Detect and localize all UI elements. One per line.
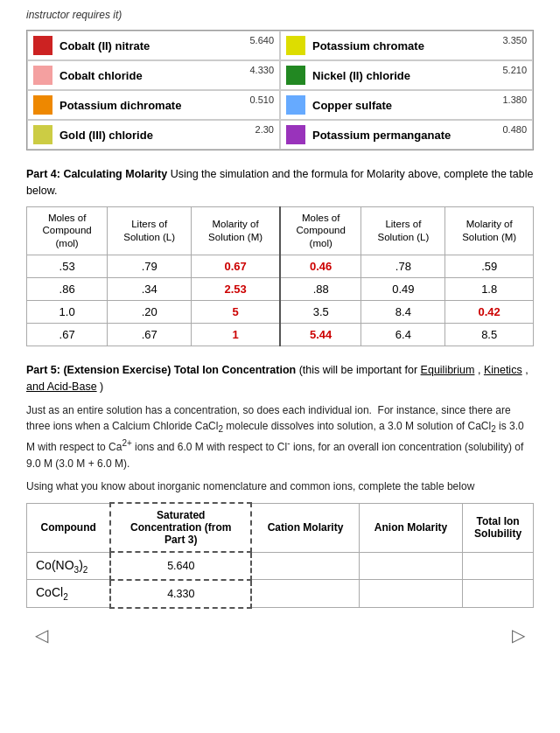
cell-4-4: 5.44 — [280, 324, 361, 346]
extension-table: Compound SaturatedConcentration (fromPar… — [26, 502, 534, 609]
potassium-dichromate-color — [33, 95, 52, 115]
ext-cation-2 — [251, 580, 359, 608]
cell-2-1: .86 — [27, 278, 108, 301]
compound-cell-potassium-dichromate: Potassium dichromate 0.510 — [27, 90, 280, 120]
copper-sulfate-label: Copper sulfate — [312, 99, 392, 112]
compound-cell-nickel-chloride: Nickel (II) chloride 5.210 — [280, 60, 533, 90]
compound-cell-copper-sulfate: Copper sulfate 1.380 — [280, 90, 533, 120]
potassium-permanganate-label: Potassium permanganate — [312, 129, 451, 142]
part5-para2: Using what you know about inorganic nome… — [26, 478, 534, 495]
compound-cell-potassium-chromate: Potassium chromate 3.350 — [280, 31, 533, 60]
ext-total-2 — [463, 580, 534, 608]
potassium-chromate-color — [286, 36, 305, 55]
sub-cacl2-2: 2 — [491, 425, 496, 435]
ext-anion-1 — [359, 552, 462, 580]
nav-right-arrow[interactable]: ▷ — [512, 625, 525, 646]
ext-conc-2: 4.330 — [110, 580, 251, 608]
part4-heading: Part 4: Calculating Molarity Using the s… — [26, 166, 534, 199]
cell-4-6: 8.5 — [445, 324, 534, 346]
part5-heading-bold: Part 5: (Extension Exercise) Total Ion C… — [26, 364, 296, 376]
cell-4-2: .67 — [108, 324, 192, 346]
ext-anion-2 — [359, 580, 462, 608]
part5-heading: Part 5: (Extension Exercise) Total Ion C… — [26, 362, 534, 395]
potassium-dichromate-label: Potassium dichromate — [60, 99, 181, 112]
gold-chloride-value: 2.30 — [256, 124, 274, 135]
ext-col-cation: Cation Molarity — [251, 503, 359, 552]
cell-1-1: .53 — [27, 255, 108, 278]
cell-2-6: 1.8 — [445, 278, 534, 301]
part5-link-kinetics[interactable]: Kinetics — [484, 364, 522, 376]
part5-para1: Just as an entire solution has a concent… — [26, 402, 534, 472]
cell-4-3: 1 — [192, 324, 280, 346]
intro-text: instructor requires it) — [26, 9, 534, 21]
ext-cation-1 — [251, 552, 359, 580]
cell-1-5: .78 — [361, 255, 445, 278]
cell-2-2: .34 — [108, 278, 192, 301]
cell-2-3: 2.53 — [192, 278, 280, 301]
molarity-table: Moles ofCompound(mol) Liters ofSolution … — [26, 206, 534, 347]
cell-2-5: 0.49 — [361, 278, 445, 301]
cell-1-6: .59 — [445, 255, 534, 278]
part5-comma2: , — [525, 364, 528, 376]
col-liters-1: Liters ofSolution (L) — [108, 206, 192, 255]
sup-ca: 2+ — [122, 438, 131, 448]
ext-table-row: CoCl2 4.330 — [27, 580, 534, 608]
nav-bar: ◁ ▷ — [26, 618, 534, 646]
potassium-chromate-label: Potassium chromate — [312, 39, 424, 52]
gold-chloride-color — [33, 125, 52, 144]
compound-cell-potassium-permanganate: Potassium permanganate 0.480 — [280, 120, 533, 150]
nickel-chloride-label: Nickel (II) chloride — [312, 69, 410, 82]
potassium-chromate-value: 3.350 — [502, 35, 527, 45]
sub-cacl2-1: 2 — [218, 425, 223, 435]
compound-grid: Cobalt (II) nitrate 5.640 Potassium chro… — [26, 30, 534, 150]
cell-4-5: 6.4 — [361, 324, 445, 346]
copper-sulfate-color — [286, 95, 305, 115]
cell-1-4: 0.46 — [280, 255, 361, 278]
part5-link-acid[interactable]: and Acid-Base — [26, 380, 97, 393]
part5-comma1: , — [478, 364, 484, 376]
nav-left-arrow[interactable]: ◁ — [35, 625, 48, 646]
ext-col-satconc: SaturatedConcentration (fromPart 3) — [110, 503, 251, 552]
cell-3-3: 5 — [192, 301, 280, 324]
cobalt-nitrate-color — [33, 36, 52, 55]
compound-cell-cobalt-nitrate: Cobalt (II) nitrate 5.640 — [27, 31, 280, 60]
ext-col-anion: Anion Molarity — [359, 503, 462, 552]
table-row: .53 .79 0.67 0.46 .78 .59 — [27, 255, 534, 278]
col-molarity-2: Molarity ofSolution (M) — [445, 206, 534, 255]
cell-3-6: 0.42 — [445, 301, 534, 324]
cell-4-1: .67 — [27, 324, 108, 346]
intro-label: instructor requires it) — [26, 9, 122, 21]
cobalt-chloride-color — [33, 66, 52, 85]
cobalt-chloride-value: 4.330 — [249, 65, 274, 75]
potassium-permanganate-value: 0.480 — [502, 124, 527, 135]
cell-3-4: 3.5 — [280, 301, 361, 324]
nickel-chloride-value: 5.210 — [502, 65, 527, 75]
cell-1-3: 0.67 — [192, 255, 280, 278]
page: instructor requires it) Cobalt (II) nitr… — [0, 0, 560, 733]
cell-3-1: 1.0 — [27, 301, 108, 324]
ext-table-row: Co(NO3)2 5.640 — [27, 552, 534, 580]
ext-compound-1: Co(NO3)2 — [27, 552, 111, 580]
cell-3-5: 8.4 — [361, 301, 445, 324]
ext-conc-1: 5.640 — [110, 552, 251, 580]
col-moles-1: Moles ofCompound(mol) — [27, 206, 108, 255]
cobalt-chloride-label: Cobalt chloride — [60, 69, 143, 82]
cobalt-nitrate-value: 5.640 — [249, 35, 274, 45]
col-liters-2: Liters ofSolution (L) — [361, 206, 445, 255]
ext-total-1 — [463, 552, 534, 580]
part5-link-equilibrium[interactable]: Equilibrium — [421, 364, 475, 376]
cell-1-2: .79 — [108, 255, 192, 278]
ext-compound-2: CoCl2 — [27, 580, 111, 608]
cobalt-nitrate-label: Cobalt (II) nitrate — [60, 39, 150, 52]
table-row: .86 .34 2.53 .88 0.49 1.8 — [27, 278, 534, 301]
compound-cell-gold-chloride: Gold (III) chloride 2.30 — [27, 120, 280, 150]
gold-chloride-label: Gold (III) chloride — [60, 129, 153, 142]
part4-heading-bold: Part 4: Calculating Molarity — [26, 168, 167, 180]
part5-heading-normal: (this will be important for — [299, 364, 421, 376]
potassium-dichromate-value: 0.510 — [249, 94, 274, 105]
cell-2-4: .88 — [280, 278, 361, 301]
part5-paren: ) — [100, 380, 103, 393]
copper-sulfate-value: 1.380 — [502, 94, 527, 105]
col-molarity-1: Molarity ofSolution (M) — [192, 206, 280, 255]
table-row: 1.0 .20 5 3.5 8.4 0.42 — [27, 301, 534, 324]
